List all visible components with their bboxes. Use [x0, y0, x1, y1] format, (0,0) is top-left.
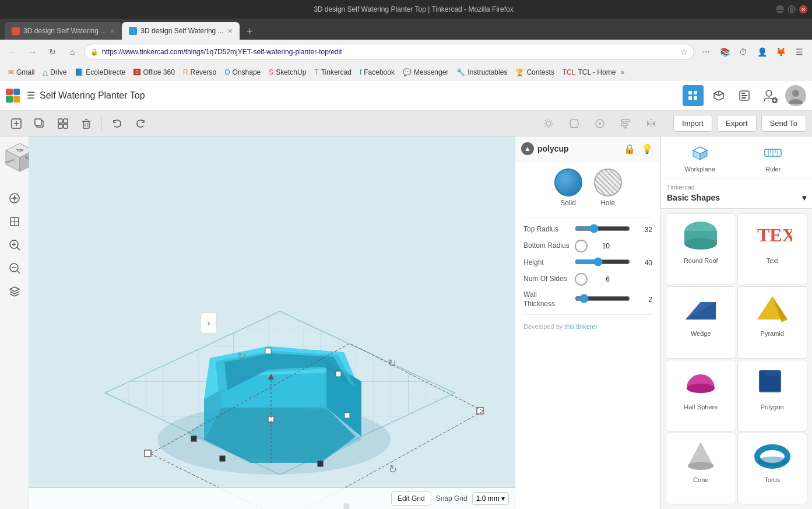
bookmark-contests[interactable]: 🏆 Contests	[512, 67, 557, 78]
new-tab-button[interactable]: +	[242, 23, 258, 40]
align-button[interactable]	[615, 113, 636, 134]
add-user-button[interactable]	[760, 85, 781, 106]
svg-rect-43	[621, 120, 630, 122]
svg-marker-68	[10, 287, 19, 292]
url-field[interactable]: 🔒 https://www.tinkercad.com/things/1q7D5…	[84, 44, 694, 60]
logo-cell-2	[13, 89, 20, 96]
bookmark-onshape[interactable]: O Onshape	[221, 67, 264, 78]
avatar-image	[785, 85, 806, 106]
grid-view-button[interactable]	[683, 85, 704, 106]
tab-1[interactable]: 3D design Self Watering ... ✕	[5, 22, 122, 40]
svg-point-32	[546, 121, 551, 126]
shape-item-round-roof[interactable]: Round Roof	[666, 213, 736, 285]
delete-button[interactable]	[76, 113, 97, 134]
canvas-area[interactable]: ↻ ↻ ↻ Workplane Edit Grid Snap Grid 1.0 …	[29, 136, 515, 509]
notes-button[interactable]	[564, 113, 585, 134]
avatar[interactable]	[785, 85, 806, 106]
url-lock-icon: 🔒	[90, 48, 99, 56]
back-button[interactable]: ←	[5, 44, 21, 60]
mirror-button[interactable]	[641, 113, 662, 134]
param-wall-thickness-slider[interactable]	[575, 294, 630, 303]
firefox-button[interactable]: 🦊	[772, 44, 789, 60]
bookmark-gmail[interactable]: ✉ Gmail	[5, 67, 38, 78]
zoom-in-button[interactable]	[4, 234, 25, 255]
undo-button[interactable]	[107, 113, 128, 134]
new-shape-button[interactable]	[6, 113, 27, 134]
menu-button[interactable]: ☰	[791, 44, 807, 60]
snap-dropdown[interactable]: 1.0 mm ▾	[472, 492, 509, 505]
forward-button[interactable]: →	[24, 44, 41, 60]
tinkerer-link[interactable]: this tinkerer	[564, 323, 597, 330]
bookmark-instructables[interactable]: 🔧 Instructables	[453, 67, 511, 78]
light-button[interactable]	[538, 113, 559, 134]
solid-option[interactable]: Solid	[554, 169, 582, 207]
reload-button[interactable]: ↻	[44, 44, 61, 60]
bookmark-ecoledirecte[interactable]: 📘 EcoleDirecte	[71, 67, 129, 78]
props-collapse-button[interactable]: ▲	[521, 142, 534, 155]
param-num-sides-circle[interactable]	[575, 273, 588, 286]
bookmarks-button[interactable]: 📚	[716, 44, 733, 60]
minimize-button[interactable]: —	[776, 5, 784, 13]
shapes-dropdown[interactable]: Basic Shapes ▾	[667, 192, 806, 203]
url-bookmark-icon[interactable]: ☆	[680, 47, 688, 57]
export-button[interactable]: Export	[717, 115, 757, 132]
props-lock-button[interactable]: 🔒	[622, 141, 637, 156]
import-button[interactable]: Import	[673, 115, 712, 132]
shape-item-wedge[interactable]: Wedge	[666, 286, 736, 358]
bookmark-facebook[interactable]: f Facebook	[356, 67, 398, 78]
shape-item-pyramid[interactable]: Pyramid	[737, 286, 808, 358]
bookmark-sketchup[interactable]: S SketchUp	[265, 67, 310, 78]
bookmark-office360[interactable]: 🅾 Office 360	[130, 67, 178, 78]
layers-button[interactable]	[4, 281, 25, 302]
collapse-arrow[interactable]: ›	[201, 313, 217, 334]
hole-option[interactable]: Hole	[594, 169, 622, 207]
duplicate-button[interactable]	[29, 113, 50, 134]
ruler-icon	[762, 142, 783, 163]
redo-button[interactable]	[130, 113, 151, 134]
home-view-button[interactable]	[4, 188, 25, 209]
tab-2-close[interactable]: ✕	[227, 27, 233, 35]
tab-2[interactable]: 3D design Self Watering ... ✕	[122, 22, 239, 40]
param-top-radius-slider[interactable]	[575, 224, 630, 233]
extensions-button[interactable]: ⋯	[698, 44, 714, 60]
shape-item-torus[interactable]: Torus	[737, 433, 808, 504]
hamburger-button[interactable]: ☰	[27, 90, 35, 101]
bookmark-tcl[interactable]: TCL TCL - Home	[559, 67, 620, 78]
param-height-slider[interactable]	[575, 257, 630, 266]
maximize-button[interactable]: □	[788, 5, 796, 13]
bookmark-drive[interactable]: △ Drive	[39, 67, 70, 78]
fit-view-button[interactable]	[4, 211, 25, 232]
shape-item-polygon[interactable]: Polygon	[737, 360, 808, 431]
office-label: Office 360	[143, 68, 174, 76]
props-light-button[interactable]: 💡	[639, 141, 655, 156]
workplane-button[interactable]: Workplane	[663, 139, 737, 176]
3d-view-button[interactable]	[708, 85, 729, 106]
param-bottom-radius-circle[interactable]	[575, 240, 588, 252]
drive-icon: △	[43, 68, 48, 76]
delete-icon	[80, 118, 92, 129]
history-button[interactable]: ⏱	[735, 44, 751, 60]
bookmark-tinkercad[interactable]: T Tinkercad	[311, 67, 355, 78]
tab-1-close[interactable]: ✕	[110, 27, 115, 35]
bookmark-reverso[interactable]: R Reverso	[180, 67, 220, 78]
shape-item-text[interactable]: TEXT Text	[737, 213, 808, 285]
ruler-button[interactable]: Ruler	[737, 139, 810, 176]
home-button[interactable]: ⌂	[64, 44, 80, 60]
props-name: polycup	[537, 144, 618, 153]
shape-item-half-sphere[interactable]: Half Sphere	[666, 360, 736, 431]
bookmark-messenger[interactable]: 💬 Messenger	[399, 67, 452, 78]
group-button[interactable]	[52, 113, 73, 134]
code-view-button[interactable]	[734, 85, 755, 106]
close-button[interactable]: ✕	[799, 5, 807, 13]
shape-selector-button[interactable]	[589, 113, 610, 134]
shape-item-cone[interactable]: Cone	[666, 433, 736, 504]
edit-grid-button[interactable]: Edit Grid	[391, 492, 431, 506]
url-bar: ← → ↻ ⌂ 🔒 https://www.tinkercad.com/thin…	[0, 40, 812, 64]
sendto-button[interactable]: Send To	[761, 115, 806, 132]
bookmarks-more[interactable]: »	[620, 68, 624, 76]
account-button[interactable]: 👤	[754, 44, 770, 60]
view-tools	[538, 113, 662, 134]
tinkercad-logo[interactable]	[6, 89, 20, 103]
layers-icon	[8, 285, 21, 298]
zoom-out-button[interactable]	[4, 258, 25, 279]
